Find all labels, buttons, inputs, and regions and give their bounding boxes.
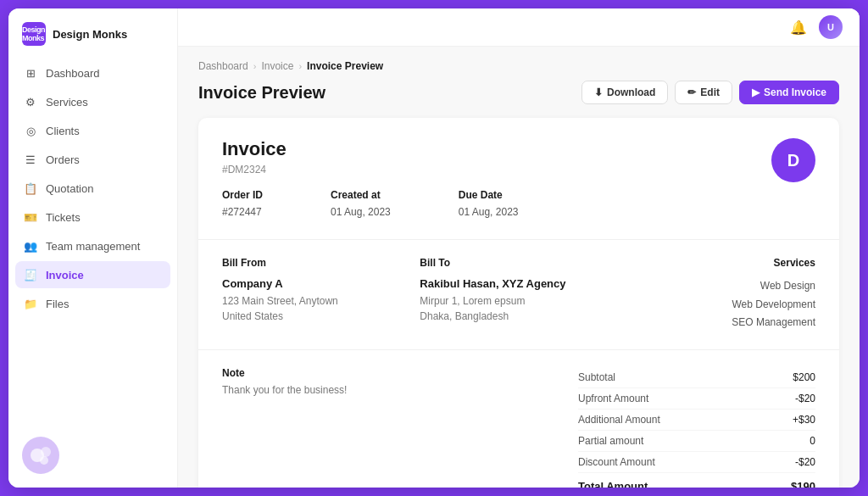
service-item: SEO Management <box>618 314 815 332</box>
bill-from-address: 123 Main Street, AnytownUnited States <box>222 293 420 324</box>
due-date-label: Due Date <box>459 189 519 201</box>
sidebar-item-dashboard[interactable]: ⊞ Dashboard <box>15 59 170 86</box>
download-icon: ⬇ <box>594 86 603 98</box>
edit-label: Edit <box>700 86 720 98</box>
invoice-header-left: Invoice #DM2324 Order ID #272447 Created… <box>222 138 518 219</box>
orders-icon: ☰ <box>24 153 37 166</box>
tickets-icon: 🎫 <box>24 210 37 224</box>
total-label: Subtotal <box>578 371 615 383</box>
total-label: Additional Amount <box>578 414 660 426</box>
total-row-additional: Additional Amount +$30 <box>578 410 815 431</box>
invoice-header-section: Invoice #DM2324 Order ID #272447 Created… <box>198 118 839 240</box>
download-button[interactable]: ⬇ Download <box>581 81 668 104</box>
services-icon: ⚙ <box>24 95 37 109</box>
bill-to-label: Bill To <box>420 257 617 269</box>
breadcrumb-current: Invoice Preview <box>307 60 383 72</box>
order-id-value: #272447 <box>222 206 262 218</box>
bill-to-col: Bill To Rakibul Hasan, XYZ Agency Mirpur… <box>420 257 617 332</box>
quotation-icon: 📋 <box>24 181 37 195</box>
page-title-row: Invoice Preview ⬇ Download ✏ Edit ▶ Send… <box>198 81 839 104</box>
sidebar-item-label: Tickets <box>46 211 81 224</box>
sidebar-item-tickets[interactable]: 🎫 Tickets <box>15 203 170 231</box>
total-row-upfront: Upfront Amount -$20 <box>578 388 815 410</box>
created-at-value: 01 Aug, 2023 <box>331 206 391 218</box>
send-icon: ▶ <box>752 86 760 98</box>
total-amount: $190 <box>791 480 815 488</box>
app-wrapper: Design Monks Design Monks ⊞ Dashboard ⚙ … <box>8 8 860 488</box>
bill-from-label: Bill From <box>222 257 420 269</box>
bill-to-name: Rakibul Hasan, XYZ Agency <box>420 277 617 290</box>
header-actions: 🔔 U <box>787 15 843 39</box>
total-amount: -$20 <box>795 393 815 404</box>
sidebar-item-files[interactable]: 📁 Files <box>15 290 170 317</box>
page-area: Dashboard › Invoice › Invoice Preview In… <box>178 47 860 488</box>
main-content: 🔔 U Dashboard › Invoice › Invoice Previe… <box>178 8 860 488</box>
services-col: Services Web Design Web Development SEO … <box>618 257 815 332</box>
total-amount: 0 <box>810 435 815 447</box>
edit-button[interactable]: ✏ Edit <box>675 81 732 104</box>
total-row-subtotal: Subtotal $200 <box>578 367 815 388</box>
bill-from-col: Bill From Company A 123 Main Street, Any… <box>222 257 420 332</box>
sidebar-logo: Design Monks Design Monks <box>8 22 177 59</box>
sidebar-item-label: Team management <box>46 240 140 253</box>
bill-from-name: Company A <box>222 277 420 290</box>
sidebar-item-label: Invoice <box>46 269 84 281</box>
sidebar-item-label: Orders <box>46 153 80 166</box>
invoice-icon: 🧾 <box>24 268 37 281</box>
breadcrumb: Dashboard › Invoice › Invoice Preview <box>198 60 839 72</box>
total-row-discount: Discount Amount -$20 <box>578 452 815 473</box>
invoice-footer-section: Note Thank you for the business! Subtota… <box>198 350 839 488</box>
invoice-company-logo: D <box>771 138 815 182</box>
notifications-bell-icon[interactable]: 🔔 <box>787 15 810 39</box>
sidebar: Design Monks Design Monks ⊞ Dashboard ⚙ … <box>8 8 178 488</box>
service-item: Web Development <box>618 296 815 315</box>
total-label: Upfront Amount <box>578 393 648 404</box>
sidebar-item-label: Dashboard <box>46 67 100 80</box>
note-label: Note <box>222 367 578 379</box>
send-label: Send Invoice <box>764 86 826 98</box>
sidebar-bottom-logo <box>22 437 59 474</box>
meta-created-at: Created at 01 Aug, 2023 <box>331 189 391 219</box>
sidebar-item-label: Quotation <box>46 182 93 195</box>
sidebar-item-orders[interactable]: ☰ Orders <box>15 146 170 173</box>
service-item: Web Design <box>618 277 815 296</box>
top-header: 🔔 U <box>178 8 860 47</box>
total-label: Partial amount <box>578 435 643 447</box>
sidebar-item-label: Files <box>46 298 69 310</box>
sidebar-item-label: Services <box>46 96 88 109</box>
note-col: Note Thank you for the business! <box>222 367 578 488</box>
total-amount: $200 <box>793 371 815 383</box>
user-avatar[interactable]: U <box>819 15 843 39</box>
total-row-grand-total: Total Amount $190 <box>578 473 815 488</box>
svg-point-2 <box>40 456 48 465</box>
sidebar-item-invoice[interactable]: 🧾 Invoice <box>15 261 170 288</box>
due-date-value: 01 Aug, 2023 <box>459 206 519 218</box>
download-label: Download <box>607 86 655 98</box>
meta-due-date: Due Date 01 Aug, 2023 <box>459 189 519 219</box>
invoice-card: Invoice #DM2324 Order ID #272447 Created… <box>198 118 839 488</box>
services-list: Web Design Web Development SEO Managemen… <box>618 277 815 332</box>
sidebar-item-team[interactable]: 👥 Team management <box>15 232 170 259</box>
sidebar-item-clients[interactable]: ◎ Clients <box>15 117 170 144</box>
invoice-title: Invoice <box>222 138 518 160</box>
total-label: Total Amount <box>578 480 648 488</box>
meta-order-id: Order ID #272447 <box>222 189 263 219</box>
sidebar-item-quotation[interactable]: 📋 Quotation <box>15 175 170 202</box>
invoice-meta: Order ID #272447 Created at 01 Aug, 2023… <box>222 189 518 219</box>
app-name: Design Monks <box>53 28 127 41</box>
edit-icon: ✏ <box>687 86 696 98</box>
breadcrumb-dashboard[interactable]: Dashboard <box>198 60 248 72</box>
logo-icon: Design Monks <box>22 22 46 46</box>
breadcrumb-invoice[interactable]: Invoice <box>261 60 293 72</box>
page-title: Invoice Preview <box>198 83 326 103</box>
sidebar-item-label: Clients <box>46 125 80 137</box>
sidebar-item-services[interactable]: ⚙ Services <box>15 88 170 115</box>
invoice-id: #DM2324 <box>222 164 518 176</box>
invoice-bill-section: Bill From Company A 123 Main Street, Any… <box>198 240 839 350</box>
total-amount: +$30 <box>793 414 815 426</box>
total-label: Discount Amount <box>578 456 655 468</box>
order-id-label: Order ID <box>222 189 263 201</box>
page-actions: ⬇ Download ✏ Edit ▶ Send Invoice <box>581 81 839 104</box>
send-invoice-button[interactable]: ▶ Send Invoice <box>739 81 839 104</box>
svg-point-1 <box>41 447 51 457</box>
